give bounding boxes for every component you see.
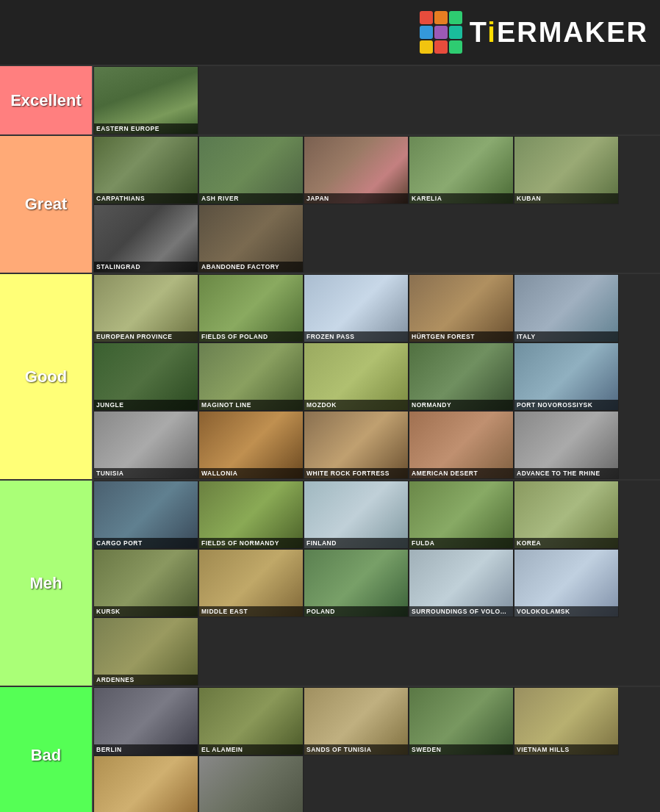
map-label-ardennes: Ardennes [94,675,198,685]
map-bg-mozdok: Mozdok [304,343,408,410]
map-label-el-alamein: El Alamein [199,744,303,755]
map-item-jungle[interactable]: Jungle [93,342,198,411]
map-label-normandy: Normandy [409,400,513,410]
map-label-wallonia: Wallonia [199,468,303,478]
tier-label-great: Great [0,136,92,273]
map-label-sands-of-tunisia: Sands of Tunisia [304,744,408,755]
tier-label-bad: Bad [0,687,92,812]
map-item-kursk[interactable]: Kursk [93,549,198,617]
map-bg-american-desert: American Desert [409,412,513,478]
map-item-karelia[interactable]: Karelia [409,136,514,204]
tier-row-good: GoodEuropean ProvinceFields of PolandFro… [0,274,660,481]
map-bg-maginot-line: Maginot Line [199,343,303,410]
map-item-fields-of-normandy[interactable]: Fields of Normandy [198,481,304,549]
map-item-advance-to-the-rhine[interactable]: Advance to the Rhine [514,411,619,479]
map-item-middle-east[interactable]: Middle East [198,549,304,617]
map-label-port-novorossiysk: Port Novorossiysk [514,400,618,410]
map-item-kuban[interactable]: Kuban [514,136,619,204]
map-item-abandoned-factory[interactable]: Abandoned Factory [198,204,304,273]
map-label-european-province: European Province [94,331,198,342]
map-item-berlin[interactable]: Berlin [93,687,198,755]
logo-grid-icon [420,11,462,54]
tier-content-excellent: Eastern Europe [92,66,660,134]
map-bg-middle-east: Middle East [199,550,303,617]
map-item-stalingrad[interactable]: Stalingrad [93,204,198,273]
map-item-white-rock-fortress[interactable]: White Rock Fortress [304,411,409,479]
map-bg-ardennes: Ardennes [94,618,198,685]
map-label-fulda: Fulda [409,538,513,548]
map-bg-italy: Italy [514,275,618,342]
map-label-mozdok: Mozdok [304,400,408,410]
logo-cell-2 [434,11,448,24]
map-item-mozdok[interactable]: Mozdok [304,342,409,411]
map-bg-white-rock-fortress: White Rock Fortress [304,412,408,478]
map-label-fields-of-poland: Fields of Poland [199,331,303,342]
map-item-eastern-europe[interactable]: Eastern Europe [93,66,198,134]
logo-cell-8 [434,40,448,54]
map-item-tunisia[interactable]: Tunisia [93,411,198,479]
map-bg-berlin: Berlin [94,688,198,755]
map-bg-finland: Finland [304,481,408,548]
map-bg-sands-of-tunisia: Sands of Tunisia [304,688,408,755]
map-item-finland[interactable]: Finland [304,481,409,549]
map-item-hurtgen-forest[interactable]: Hürtgen Forest [409,274,514,342]
map-label-eastern-europe: Eastern Europe [94,123,198,134]
map-bg-ash-river: Ash River [199,137,303,204]
map-bg-carpathians: Carpathians [94,137,198,204]
map-label-fields-of-normandy: Fields of Normandy [199,538,303,548]
tier-label-excellent: Excellent [0,66,92,134]
map-item-volokolamsk[interactable]: Volokolamsk [514,549,619,617]
map-label-italy: Italy [514,331,618,342]
map-label-carpathians: Carpathians [94,193,198,204]
map-item-port-novorossiysk[interactable]: Port Novorossiysk [514,342,619,411]
map-item-ardennes[interactable]: Ardennes [93,617,198,686]
map-item-american-desert[interactable]: American Desert [409,411,514,479]
map-item-sweden[interactable]: Sweden [409,687,514,755]
tier-content-meh: Cargo PortFields of NormandyFinlandFulda… [92,481,660,686]
tier-label-good: Good [0,274,92,479]
map-item-cargo-port[interactable]: Cargo Port [93,481,198,549]
map-item-italy[interactable]: Italy [514,274,619,342]
map-item-fields-of-poland[interactable]: Fields of Poland [198,274,304,342]
map-item-vietnam-hills[interactable]: Vietnam Hills [514,687,619,755]
map-item-fulda[interactable]: Fulda [409,481,514,549]
map-bg-stalingrad: Stalingrad [94,205,198,272]
map-bg-jungle: Jungle [94,343,198,410]
map-item-poland[interactable]: Poland [304,549,409,617]
map-item-el-alamein[interactable]: El Alamein [198,687,304,755]
map-item-frozen-pass[interactable]: Frozen Pass [304,274,409,342]
map-item-normandy[interactable]: Normandy [409,342,514,411]
map-bg-sinai: Sinai [94,756,198,812]
map-label-cargo-port: Cargo Port [94,538,198,548]
logo-cell-3 [449,11,462,24]
map-item-maginot-line[interactable]: Maginot Line [198,342,304,411]
map-item-carpathians[interactable]: Carpathians [93,136,198,204]
map-item-sinai[interactable]: Sinai [93,755,198,812]
map-label-middle-east: Middle East [199,606,303,617]
map-item-wallonia[interactable]: Wallonia [198,411,304,479]
map-bg-vietnam-hills: Vietnam Hills [514,688,618,755]
map-item-alaska[interactable]: Alaska [198,755,304,812]
map-bg-volokolamsk: Volokolamsk [514,550,618,617]
map-bg-frozen-pass: Frozen Pass [304,275,408,342]
map-bg-fulda: Fulda [409,481,513,548]
logo-cell-6 [449,26,462,39]
map-bg-sweden: Sweden [409,688,513,755]
map-label-kuban: Kuban [514,193,618,204]
map-bg-korea: Korea [514,481,618,548]
map-item-surroundings-volokolamsk[interactable]: Surroundings of Volokolamsk [409,549,514,617]
map-item-sands-of-tunisia[interactable]: Sands of Tunisia [304,687,409,755]
map-label-kursk: Kursk [94,606,198,617]
map-item-european-province[interactable]: European Province [93,274,198,342]
map-item-japan[interactable]: Japan [304,136,409,204]
map-item-ash-river[interactable]: Ash River [198,136,304,204]
map-label-ash-river: Ash River [199,193,303,204]
tier-content-great: CarpathiansAsh RiverJapanKareliaKubanSta… [92,136,660,273]
map-label-tunisia: Tunisia [94,468,198,478]
map-bg-kuban: Kuban [514,137,618,204]
map-item-korea[interactable]: Korea [514,481,619,549]
map-bg-kursk: Kursk [94,550,198,617]
map-label-finland: Finland [304,538,408,548]
tier-row-excellent: ExcellentEastern Europe [0,66,660,136]
tier-row-meh: MehCargo PortFields of NormandyFinlandFu… [0,481,660,687]
